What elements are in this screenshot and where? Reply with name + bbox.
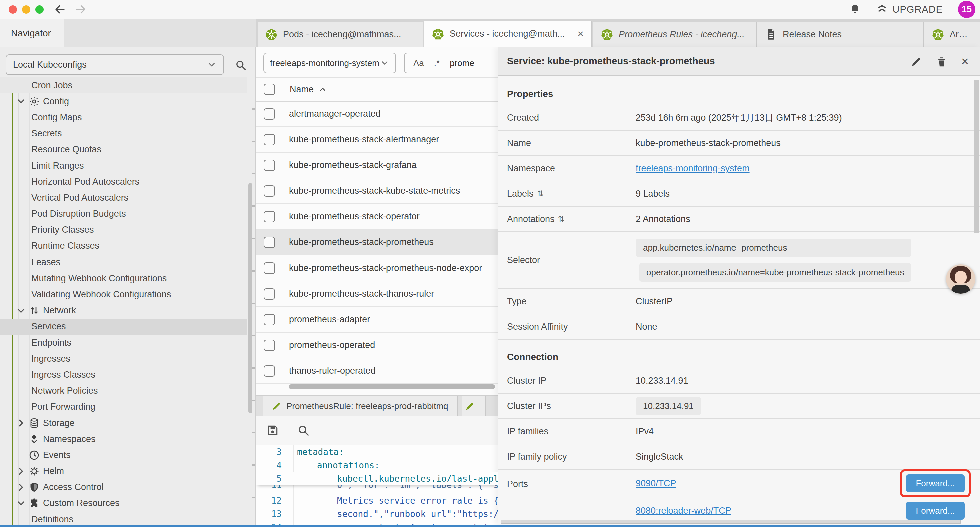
service-row[interactable]: thanos-ruler-operated xyxy=(256,358,498,384)
forward-port-button[interactable]: Forward... xyxy=(906,474,965,492)
sidebar-item[interactable]: Network Policies xyxy=(0,383,247,399)
cluster-tab[interactable]: Pods - icecheng@mathmas... xyxy=(258,22,423,47)
sidebar-item[interactable]: Config xyxy=(0,93,247,110)
editor-line[interactable]: 4 annotations: xyxy=(256,459,498,472)
sidebar-item[interactable]: Storage xyxy=(0,415,247,431)
sidebar-item[interactable]: Port Forwarding xyxy=(0,399,247,415)
service-row[interactable]: prometheus-operated xyxy=(256,333,498,358)
details-horizontal-scrollbar[interactable] xyxy=(501,520,961,524)
sidebar-item[interactable]: Services xyxy=(0,318,247,334)
sidebar-item[interactable]: Priority Classes xyxy=(0,222,247,238)
row-checkbox[interactable] xyxy=(264,160,275,171)
editor-line[interactable]: 5 kubectl.kubernetes.io/last-applied-co xyxy=(256,472,498,485)
cluster-tab[interactable]: Argo Se xyxy=(924,22,980,47)
row-checkbox[interactable] xyxy=(264,211,275,223)
chev-down-icon[interactable] xyxy=(15,96,27,107)
editor-line[interactable]: 13 second.","runbook_url":"https://net xyxy=(256,507,498,521)
sidebar-item[interactable]: Mutating Webhook Configurations xyxy=(0,270,247,286)
sidebar-item[interactable]: Resource Quotas xyxy=(0,142,247,158)
chev-right-icon[interactable] xyxy=(15,466,27,477)
select-all-checkbox[interactable] xyxy=(264,84,275,95)
namespace-select[interactable]: freeleaps-monitoring-system xyxy=(263,53,396,73)
chev-down-icon[interactable] xyxy=(15,498,27,509)
save-icon[interactable] xyxy=(266,424,279,436)
chev-right-icon[interactable] xyxy=(15,417,27,428)
sidebar-item[interactable]: Validating Webhook Configurations xyxy=(0,286,247,302)
service-row[interactable]: kube-prometheus-stack-prometheus xyxy=(256,230,498,255)
sidebar-item[interactable]: Pod Disruption Budgets xyxy=(0,206,247,222)
sidebar-item[interactable]: Custom Resources xyxy=(0,495,247,511)
back-arrow-icon[interactable] xyxy=(54,3,66,15)
resource-search-input[interactable]: Aa .* prome xyxy=(404,53,498,73)
blank-icon[interactable] xyxy=(15,449,27,461)
notification-count-badge[interactable]: 15 xyxy=(958,1,975,18)
sidebar-item[interactable]: Runtime Classes xyxy=(0,238,247,254)
sidebar-item[interactable]: Cron Jobs xyxy=(0,77,247,93)
row-checkbox[interactable] xyxy=(264,108,275,120)
editor-line[interactable]: 12 Metrics service error rate is {{ $va xyxy=(256,494,498,507)
sidebar-item[interactable]: Definitions xyxy=(0,511,247,525)
editor-line[interactable]: 3 metadata: xyxy=(256,445,498,459)
service-row[interactable]: alertmanager-operated xyxy=(256,101,498,127)
sidebar-item[interactable]: Secrets xyxy=(0,126,247,142)
edit-pencil-icon[interactable] xyxy=(911,56,922,67)
name-column-header[interactable]: Name xyxy=(290,84,327,95)
sidebar-item[interactable]: Vertical Pod Autoscalers xyxy=(0,190,247,206)
chev-right-icon[interactable] xyxy=(15,482,27,493)
tab-navigator[interactable]: Navigator xyxy=(0,19,64,47)
user-avatar[interactable] xyxy=(946,264,975,293)
close-window-button[interactable] xyxy=(9,5,17,14)
annotations-value[interactable]: 2 Annotations xyxy=(636,214,690,224)
notifications-bell-icon[interactable] xyxy=(849,4,861,15)
sort-toggle-icon[interactable]: ⇅ xyxy=(537,189,544,199)
cluster-tab[interactable]: Services - icecheng@math... × xyxy=(424,21,592,47)
upgrade-button[interactable]: UPGRADE xyxy=(876,3,943,15)
delete-trash-icon[interactable] xyxy=(936,56,947,67)
row-checkbox[interactable] xyxy=(264,237,275,248)
service-row[interactable]: kube-prometheus-stack-alertmanager xyxy=(256,127,498,153)
yaml-editor[interactable]: 3 metadata: 4 annotations: 5 kubectl.kub… xyxy=(256,445,498,525)
sidebar-item[interactable]: Endpoints xyxy=(0,334,247,350)
blank-icon[interactable] xyxy=(15,433,27,444)
sidebar-item[interactable]: Config Maps xyxy=(0,110,247,126)
service-row[interactable]: kube-prometheus-stack-grafana xyxy=(256,153,498,178)
cluster-tab[interactable]: Release Notes xyxy=(757,22,924,47)
service-row[interactable]: kube-prometheus-stack-kube-state-metrics xyxy=(256,178,498,204)
forward-arrow-icon[interactable] xyxy=(75,3,87,15)
kubeconfig-select[interactable]: Local Kubeconfigs xyxy=(6,54,224,75)
close-tab-icon[interactable]: × xyxy=(573,28,584,40)
sort-toggle-icon[interactable]: ⇅ xyxy=(558,215,565,224)
sidebar-item[interactable]: Access Control xyxy=(0,479,247,495)
minimize-window-button[interactable] xyxy=(22,5,30,14)
close-details-icon[interactable]: × xyxy=(961,54,969,69)
port-link-9090[interactable]: 9090/TCP xyxy=(636,478,676,489)
maximize-window-button[interactable] xyxy=(35,5,44,14)
sidebar-item[interactable]: Horizontal Pod Autoscalers xyxy=(0,174,247,190)
service-row[interactable]: prometheus-adapter xyxy=(256,307,498,333)
list-horizontal-scrollbar[interactable] xyxy=(288,384,495,389)
sidebar-item[interactable]: Namespaces xyxy=(0,431,247,447)
case-sensitive-toggle[interactable]: Aa xyxy=(413,58,424,68)
port-link-8080[interactable]: 8080:reloader-web/TCP xyxy=(636,506,732,516)
sidebar-item[interactable]: Network xyxy=(0,303,247,318)
sidebar-item[interactable]: Limit Ranges xyxy=(0,158,247,174)
row-checkbox[interactable] xyxy=(264,185,275,197)
chev-down-icon[interactable] xyxy=(15,305,27,316)
editor-line[interactable]: 14 error rate in freeleaps metrics ser xyxy=(256,521,498,525)
regex-toggle[interactable]: .* xyxy=(434,58,440,68)
namespace-link[interactable]: freeleaps-monitoring-system xyxy=(636,164,749,174)
service-row[interactable]: kube-prometheus-stack-operator xyxy=(256,204,498,230)
cluster-tab[interactable]: Prometheus Rules - icecheng... xyxy=(593,22,757,47)
row-checkbox[interactable] xyxy=(264,339,275,351)
editor-tab[interactable]: PrometheusRule: freeleaps-prod-rabbitmq xyxy=(263,396,458,416)
sidebar-search-icon[interactable] xyxy=(235,59,247,71)
code-link[interactable]: https://net xyxy=(462,509,498,519)
row-checkbox[interactable] xyxy=(264,134,275,145)
labels-value[interactable]: 9 Labels xyxy=(636,189,670,199)
row-checkbox[interactable] xyxy=(264,365,275,377)
sidebar-item[interactable]: Ingresses xyxy=(0,350,247,366)
service-row[interactable]: kube-prometheus-stack-prometheus-node-ex… xyxy=(256,255,498,281)
sidebar-item[interactable]: Events xyxy=(0,447,247,463)
sidebar-scrollbar-thumb[interactable] xyxy=(248,183,252,413)
editor-tab-partial[interactable] xyxy=(461,396,486,416)
